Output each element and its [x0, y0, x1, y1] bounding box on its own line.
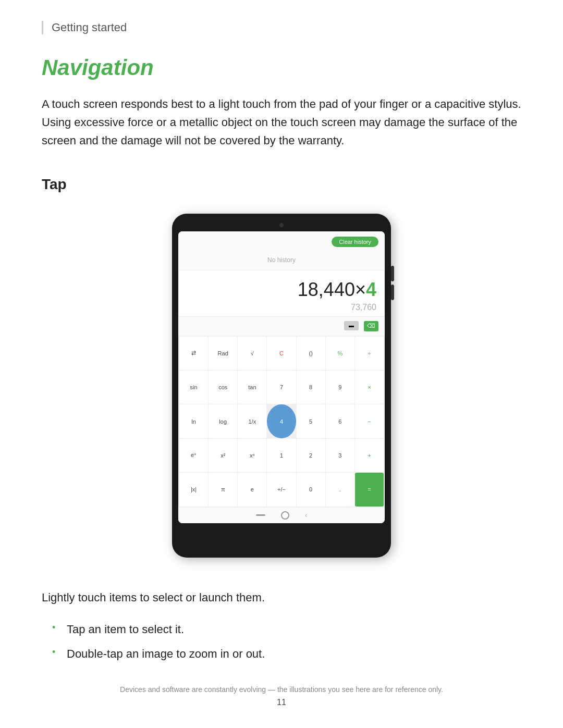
key-tan[interactable]: tan	[238, 371, 266, 404]
key-1[interactable]: 1	[267, 439, 296, 472]
key-percent[interactable]: %	[326, 337, 354, 370]
keypad-row-1: ⇄ Rad √ C () % ÷	[179, 337, 384, 370]
page-number: 11	[0, 698, 563, 707]
backspace-icon[interactable]: ⌫	[364, 321, 378, 331]
keypad-row-3: ln log 1/x 4 5 6 −	[179, 404, 384, 438]
tablet-side-buttons	[391, 266, 394, 300]
key-rad[interactable]: Rad	[209, 337, 237, 370]
no-history-text: No history	[178, 252, 385, 270]
key-exp[interactable]: eˣ	[179, 439, 208, 472]
key-negate[interactable]: +/−	[267, 473, 296, 506]
breadcrumb-text: Getting started	[52, 21, 127, 34]
calc-display: 18,440×4 73,760	[178, 270, 385, 317]
tap-bullet-list: Tap an item to select it. Double-tap an …	[52, 621, 521, 662]
page-header: Getting started	[42, 21, 521, 34]
key-square[interactable]: x²	[209, 439, 237, 472]
key-power[interactable]: xⁿ	[238, 439, 266, 472]
calc-expr-text: 18,440×	[298, 279, 366, 300]
volume-up-button[interactable]	[391, 266, 394, 281]
key-sin[interactable]: sin	[179, 371, 208, 404]
key-clear[interactable]: C	[267, 337, 296, 370]
key-parens[interactable]: ()	[297, 337, 325, 370]
keypad-row-2: sin cos tan 7 8 9 ×	[179, 371, 384, 404]
key-ln[interactable]: ln	[179, 404, 208, 438]
tablet-illustration: Clear history No history 18,440×4 73,760…	[42, 214, 521, 558]
key-2[interactable]: 2	[297, 439, 325, 472]
subsection-tap-title: Tap	[42, 176, 521, 193]
key-multiply[interactable]: ×	[355, 371, 384, 404]
key-log[interactable]: log	[209, 404, 237, 438]
tablet-device: Clear history No history 18,440×4 73,760…	[172, 214, 391, 558]
page-footer: Devices and software are constantly evol…	[0, 685, 563, 707]
key-euler[interactable]: e	[238, 473, 266, 506]
key-0[interactable]: 0	[297, 473, 325, 506]
calc-action-bar: ▬ ⌫	[178, 317, 385, 336]
key-4[interactable]: 4	[267, 404, 296, 438]
tablet-nav-bar: ‹	[178, 508, 385, 523]
calculator-app: Clear history No history 18,440×4 73,760…	[178, 231, 385, 523]
key-8[interactable]: 8	[297, 371, 325, 404]
nav-back-icon[interactable]: ‹	[305, 512, 307, 519]
intro-text: A touch screen responds best to a light …	[42, 95, 521, 150]
key-7[interactable]: 7	[267, 371, 296, 404]
volume-down-button[interactable]	[391, 285, 394, 300]
tablet-screen: Clear history No history 18,440×4 73,760…	[178, 231, 385, 523]
calc-history-bar: Clear history	[178, 231, 385, 252]
key-5[interactable]: 5	[297, 404, 325, 438]
nav-recents-icon[interactable]	[256, 514, 265, 516]
calc-expression: 18,440×4	[187, 279, 376, 301]
key-9[interactable]: 9	[326, 371, 354, 404]
calc-keypad: ⇄ Rad √ C () % ÷ sin cos tan 7 8	[178, 336, 385, 508]
key-swap[interactable]: ⇄	[179, 337, 208, 370]
key-plus[interactable]: +	[355, 439, 384, 472]
key-divide[interactable]: ÷	[355, 337, 384, 370]
nav-home-icon[interactable]	[281, 511, 289, 520]
calc-cursor: 4	[366, 279, 376, 300]
key-6[interactable]: 6	[326, 404, 354, 438]
bullet-item-1: Tap an item to select it.	[52, 621, 521, 638]
keypad-row-5: |x| π e +/− 0 . =	[179, 473, 384, 506]
key-sqrt[interactable]: √	[238, 337, 266, 370]
bullet-item-2: Double-tap an image to zoom in or out.	[52, 645, 521, 662]
key-equals[interactable]: =	[355, 473, 384, 506]
tap-description: Lightly touch items to select or launch …	[42, 589, 521, 606]
key-abs[interactable]: |x|	[179, 473, 208, 506]
key-minus[interactable]: −	[355, 404, 384, 438]
key-cos[interactable]: cos	[209, 371, 237, 404]
calc-result: 73,760	[187, 303, 376, 312]
section-title: Navigation	[42, 55, 521, 80]
key-pi[interactable]: π	[209, 473, 237, 506]
key-inv[interactable]: 1/x	[238, 404, 266, 438]
key-3[interactable]: 3	[326, 439, 354, 472]
key-decimal[interactable]: .	[326, 473, 354, 506]
clear-history-button[interactable]: Clear history	[332, 237, 378, 247]
keypad-row-4: eˣ x² xⁿ 1 2 3 +	[179, 439, 384, 472]
footer-disclaimer-text: Devices and software are constantly evol…	[0, 685, 563, 694]
tablet-camera	[279, 223, 284, 227]
collapse-icon[interactable]: ▬	[344, 321, 359, 330]
